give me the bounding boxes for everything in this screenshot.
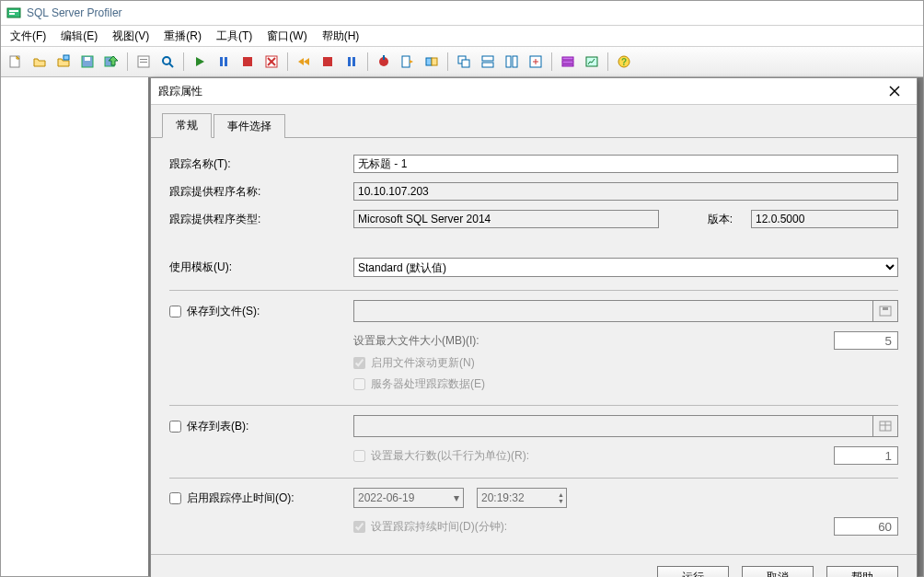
pause-blue-icon[interactable] xyxy=(213,51,235,73)
browse-file-button[interactable] xyxy=(872,300,898,322)
toolbar-separator xyxy=(607,52,608,71)
step-icon[interactable] xyxy=(293,51,315,73)
provider-name-field xyxy=(353,182,898,201)
help-icon[interactable]: ? xyxy=(613,51,635,73)
tab-general-body: 跟踪名称(T): 跟踪提供程序名称: 跟踪提供程序类型: 版本: xyxy=(151,138,917,548)
label-version: 版本: xyxy=(677,212,733,227)
toolbar-separator xyxy=(127,52,128,71)
svg-marker-30 xyxy=(410,60,413,63)
svg-rect-25 xyxy=(348,57,351,66)
aggregated-view-icon[interactable] xyxy=(581,51,603,73)
svg-marker-22 xyxy=(298,58,304,65)
rollover-checkbox xyxy=(353,357,365,369)
svg-rect-26 xyxy=(352,57,355,66)
open-file-icon[interactable] xyxy=(29,51,51,73)
properties-icon[interactable] xyxy=(133,51,155,73)
svg-rect-12 xyxy=(140,62,147,63)
dialog-title: 跟踪属性 xyxy=(158,84,202,99)
toggle-breakpoint-icon[interactable] xyxy=(373,51,395,73)
save-small-icon xyxy=(879,306,892,317)
enable-stop-checkbox[interactable] xyxy=(169,492,181,504)
close-button[interactable] xyxy=(880,81,909,101)
duration-field xyxy=(834,517,898,536)
svg-rect-42 xyxy=(562,64,573,66)
menu-file[interactable]: 文件(F) xyxy=(3,27,53,46)
toolbar-separator xyxy=(183,52,184,71)
menu-edit[interactable]: 编辑(E) xyxy=(53,27,105,46)
label-trace-name: 跟踪名称(T): xyxy=(169,156,353,172)
save-table-checkbox[interactable] xyxy=(169,421,181,433)
mdi-area: 跟踪属性 常规 事件选择 跟踪名称(T): 跟踪提供程序名称: xyxy=(150,77,923,576)
version-field xyxy=(751,210,898,228)
save-icon[interactable] xyxy=(76,51,98,73)
duration-checkbox xyxy=(353,521,365,533)
svg-rect-1 xyxy=(9,10,18,12)
save-as-icon[interactable] xyxy=(100,51,122,73)
cancel-button[interactable]: 取消 xyxy=(742,566,814,577)
menu-tools[interactable]: 工具(T) xyxy=(209,27,260,46)
play-icon[interactable] xyxy=(189,51,211,73)
max-rows-checkbox xyxy=(353,450,365,462)
svg-rect-17 xyxy=(225,57,227,66)
switch-window-icon[interactable] xyxy=(525,51,547,73)
menu-view[interactable]: 视图(V) xyxy=(105,27,156,46)
save-file-path xyxy=(353,300,872,322)
label-save-table: 保存到表(B): xyxy=(187,419,248,434)
label-provider-name: 跟踪提供程序名称: xyxy=(169,184,353,200)
label-max-rows: 设置最大行数(以千行为单位)(R): xyxy=(371,448,529,464)
svg-rect-29 xyxy=(402,56,410,67)
svg-rect-49 xyxy=(883,307,888,310)
svg-rect-34 xyxy=(462,60,469,67)
svg-rect-31 xyxy=(426,58,432,65)
clear-icon[interactable] xyxy=(260,51,283,73)
svg-rect-35 xyxy=(482,56,493,61)
trace-name-input[interactable] xyxy=(353,155,898,173)
svg-rect-2 xyxy=(9,13,15,15)
label-duration: 设置跟踪持续时间(D)(分钟): xyxy=(371,519,507,535)
grouped-view-icon[interactable] xyxy=(557,51,579,73)
svg-rect-11 xyxy=(140,59,147,60)
template-select[interactable]: Standard (默认值) xyxy=(353,258,898,277)
tab-events[interactable]: 事件选择 xyxy=(214,114,285,138)
label-enable-stop: 启用跟踪停止时间(O): xyxy=(187,490,295,506)
stop-time-spinner: 20:19:32 ▲▼ xyxy=(477,488,567,508)
tile-vertical-icon[interactable] xyxy=(501,51,523,73)
browse-table-button[interactable] xyxy=(872,415,898,437)
stop-replay-icon[interactable] xyxy=(317,51,339,73)
svg-rect-7 xyxy=(85,57,90,61)
stop-date-picker: 2022-06-19 ▾ xyxy=(353,488,464,508)
cascade-icon[interactable] xyxy=(453,51,475,73)
tabstrip: 常规 事件选择 xyxy=(151,105,917,138)
app-window: SQL Server Profiler 文件(F) 编辑(E) 视图(V) 重播… xyxy=(0,0,924,577)
svg-line-14 xyxy=(169,63,173,67)
svg-rect-32 xyxy=(432,58,437,65)
open-table-icon[interactable] xyxy=(52,51,75,73)
menu-window[interactable]: 窗口(W) xyxy=(260,27,314,46)
step-over-icon[interactable] xyxy=(421,51,443,73)
menu-help[interactable]: 帮助(H) xyxy=(315,27,367,46)
run-to-cursor-icon[interactable] xyxy=(397,51,419,73)
label-template: 使用模板(U): xyxy=(169,260,353,275)
run-button[interactable]: 运行 xyxy=(657,566,729,577)
stop-date-value: 2022-06-19 xyxy=(358,491,414,504)
tab-general[interactable]: 常规 xyxy=(162,113,212,138)
table-small-icon xyxy=(879,421,892,432)
save-file-checkbox[interactable] xyxy=(169,306,181,317)
trace-properties-dialog: 跟踪属性 常规 事件选择 跟踪名称(T): 跟踪提供程序名称: xyxy=(150,77,918,577)
svg-rect-43 xyxy=(586,57,597,66)
svg-marker-15 xyxy=(196,57,204,66)
titlebar: SQL Server Profiler xyxy=(1,1,923,26)
new-trace-icon[interactable] xyxy=(5,51,27,73)
svg-point-13 xyxy=(163,57,170,64)
left-panel xyxy=(1,77,150,576)
menu-replay[interactable]: 重播(R) xyxy=(156,27,209,46)
svg-rect-28 xyxy=(383,55,385,60)
help-button[interactable]: 帮助 xyxy=(826,566,898,577)
pause-replay-icon[interactable] xyxy=(341,51,363,73)
find-icon[interactable] xyxy=(156,51,179,73)
tile-horizontal-icon[interactable] xyxy=(477,51,499,73)
save-table-path xyxy=(353,415,872,437)
svg-rect-38 xyxy=(513,56,517,67)
svg-rect-24 xyxy=(323,57,332,66)
stop-red-icon[interactable] xyxy=(237,51,259,73)
